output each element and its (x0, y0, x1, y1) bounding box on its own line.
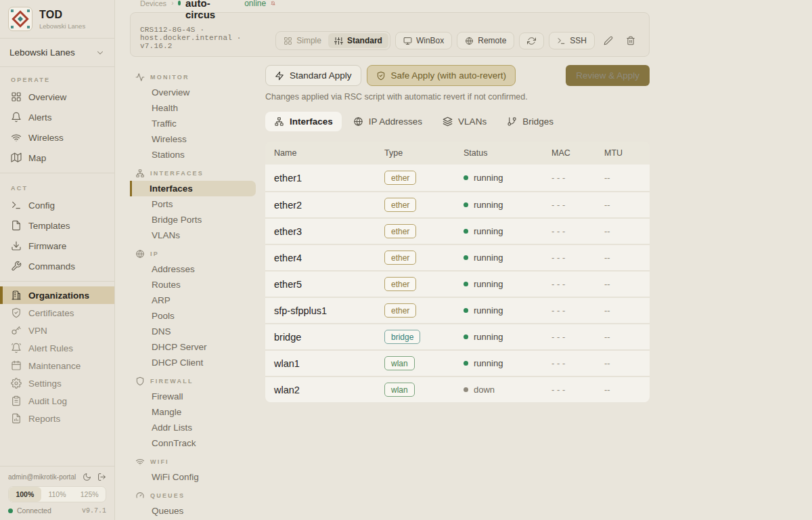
sidebar-item-settings[interactable]: Settings (0, 374, 114, 392)
subnav-item-health[interactable]: Health (130, 100, 256, 116)
view-mode-standard[interactable]: Standard (328, 33, 388, 48)
wifi-icon (135, 457, 145, 467)
notifications-off-icon[interactable] (271, 0, 275, 8)
table-row-ether4[interactable]: ether4 ether running - - - -- (265, 244, 650, 270)
sidebar-item-label: Alert Rules (28, 343, 73, 353)
zoom-option-110[interactable]: 110% (41, 487, 74, 502)
table-row-wlan1[interactable]: wlan1 wlan running - - - -- (265, 349, 650, 376)
review-apply-button[interactable]: Review & Apply (566, 65, 650, 86)
view-mode-simple[interactable]: Simple (277, 33, 328, 48)
sidebar-item-organizations[interactable]: Organizations (0, 286, 114, 304)
subnav-item-wireless[interactable]: Wireless (130, 131, 256, 147)
subnav-item-overview[interactable]: Overview (130, 85, 256, 100)
sidebar-item-label: VPN (28, 326, 47, 336)
status-dot (464, 255, 468, 260)
standard-apply-button[interactable]: Standard Apply (265, 65, 361, 86)
connection-status: Connected (8, 506, 51, 515)
subnav-item-pools[interactable]: Pools (130, 308, 256, 324)
sidebar-item-audit-log[interactable]: Audit Log (0, 392, 114, 410)
trash-button[interactable] (622, 32, 639, 49)
shield-icon (135, 376, 145, 386)
refresh-icon (527, 37, 536, 45)
sidebar-item-firmware[interactable]: Firmware (0, 236, 114, 256)
refresh-button[interactable] (519, 32, 544, 49)
device-online-dot (178, 1, 181, 5)
table-row-ether5[interactable]: ether5 ether running - - - -- (265, 270, 650, 297)
sidebar-item-commands[interactable]: Commands (0, 256, 114, 276)
sidebar-item-alert-rules[interactable]: Alert Rules (0, 339, 114, 357)
subnav-item-wifi-config[interactable]: WiFi Config (130, 469, 256, 485)
main-panel: Standard Apply Safe Apply (with auto-rev… (265, 65, 650, 520)
sidebar-item-label: Overview (28, 92, 66, 102)
subnav-item-stations[interactable]: Stations (130, 147, 256, 162)
subnav-item-arp[interactable]: ARP (130, 292, 256, 308)
subnav-item-addr-lists[interactable]: Addr Lists (130, 420, 256, 435)
sidebar-item-overview[interactable]: Overview (0, 87, 114, 107)
zoom-option-125[interactable]: 125% (73, 487, 106, 502)
subnav-item-interfaces[interactable]: Interfaces (130, 181, 256, 196)
sidebar-item-alerts[interactable]: Alerts (0, 107, 114, 127)
subnav-item-dns[interactable]: DNS (130, 324, 256, 339)
table-row-wlan2[interactable]: wlan2 wlan down - - - -- (265, 376, 650, 402)
sidebar-item-config[interactable]: Config (0, 195, 114, 215)
gauge-icon (135, 491, 145, 500)
zoom-option-100[interactable]: 100% (9, 487, 41, 502)
tab-interfaces[interactable]: Interfaces (265, 112, 342, 131)
breadcrumb-devices[interactable]: Devices (140, 0, 166, 7)
wrench-icon (11, 261, 22, 272)
user-email: admin@mikrotik-portal.dev (8, 473, 76, 481)
tab-vlans[interactable]: VLANs (434, 112, 495, 131)
sidebar-item-reports[interactable]: Reports (0, 410, 114, 427)
table-row-ether3[interactable]: ether3 ether running - - - -- (265, 217, 650, 244)
lightning-icon (275, 71, 284, 81)
mac-cell: - - - (551, 279, 604, 289)
subnav-item-firewall[interactable]: Firewall (130, 389, 256, 404)
subnav-item-traffic[interactable]: Traffic (130, 116, 256, 131)
type-badge: bridge (384, 330, 420, 344)
subnav-item-ports[interactable]: Ports (130, 196, 256, 212)
subnav-item-routes[interactable]: Routes (130, 277, 256, 292)
mtu-cell: -- (604, 173, 641, 183)
subnav-item-addresses[interactable]: Addresses (130, 261, 256, 277)
winbox-button[interactable]: WinBox (395, 32, 452, 49)
interface-name: ether2 (274, 200, 384, 211)
dark-mode-icon[interactable] (83, 473, 91, 481)
tab-bridges[interactable]: Bridges (498, 112, 562, 131)
sidebar-item-vpn[interactable]: VPN (0, 322, 114, 339)
table-row-ether2[interactable]: ether2 ether running - - - -- (265, 191, 650, 217)
org-selector[interactable]: Lebowski Lanes (0, 39, 114, 67)
subnav-item-vlans[interactable]: VLANs (130, 228, 256, 243)
sidebar-item-wireless[interactable]: Wireless (0, 127, 114, 148)
safe-apply-button[interactable]: Safe Apply (with auto-revert) (367, 65, 516, 86)
sidebar-item-templates[interactable]: Templates (0, 215, 114, 236)
pencil-button[interactable] (600, 32, 617, 49)
subnav-group-ip: IP (130, 243, 265, 261)
tab-ip-addresses[interactable]: IP Addresses (344, 112, 431, 131)
subnav-item-mangle[interactable]: Mangle (130, 404, 256, 420)
subnav-group-interfaces: INTERFACES (130, 162, 265, 181)
table-row-ether1[interactable]: ether1 ether running - - - -- (265, 165, 650, 191)
subnav-item-conntrack[interactable]: ConnTrack (130, 435, 256, 451)
column-header-mtu: MTU (604, 148, 641, 158)
status-cell: running (464, 226, 551, 236)
status-cell: down (464, 385, 551, 395)
mac-cell: - - - (551, 332, 604, 342)
logout-icon[interactable] (97, 473, 106, 481)
subnav-item-bridge-ports[interactable]: Bridge Ports (130, 212, 256, 228)
sidebar-item-map[interactable]: Map (0, 148, 114, 168)
remote-button[interactable]: Remote (457, 32, 514, 49)
subnav-item-queues[interactable]: Queues (130, 503, 256, 519)
table-row-sfp-sfpplus1[interactable]: sfp-sfpplus1 ether running - - - -- (265, 297, 650, 323)
status-cell: running (464, 253, 551, 263)
sidebar-item-certificates[interactable]: Certificates (0, 304, 114, 322)
column-header-type: Type (384, 148, 464, 158)
table-row-bridge[interactable]: bridge bridge running - - - -- (265, 323, 650, 349)
sidebar-item-maintenance[interactable]: Maintenance (0, 357, 114, 374)
subnav-item-dhcp-server[interactable]: DHCP Server (130, 339, 256, 355)
interface-name: sfp-sfpplus1 (274, 305, 384, 316)
ssh-button[interactable]: SSH (549, 32, 595, 49)
mtu-cell: -- (604, 332, 641, 342)
mtu-cell: -- (604, 226, 641, 236)
subnav-item-dhcp-client[interactable]: DHCP Client (130, 355, 256, 370)
app-title: TOD (39, 9, 85, 21)
